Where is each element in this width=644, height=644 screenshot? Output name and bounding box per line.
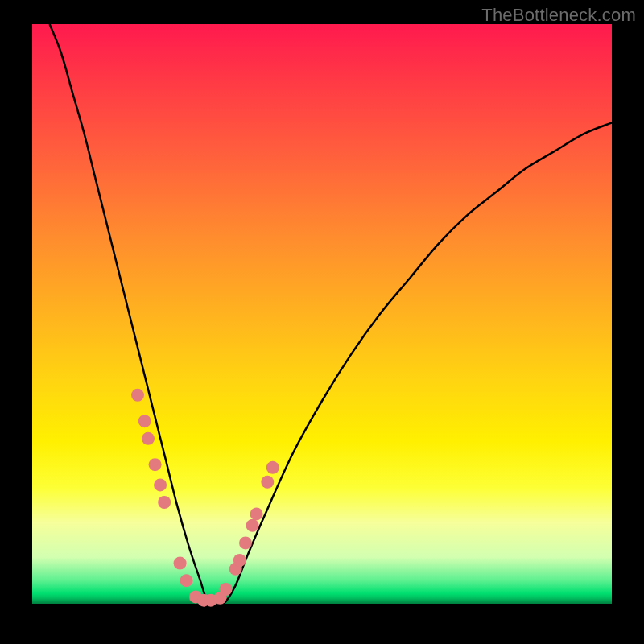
highlight-marker <box>149 458 162 471</box>
chart-svg <box>32 24 612 604</box>
highlight-marker <box>266 461 279 474</box>
attribution-watermark: TheBottleneck.com <box>481 5 636 26</box>
highlight-marker <box>138 415 151 427</box>
marker-group <box>131 389 279 607</box>
highlight-marker <box>220 583 233 596</box>
bottleneck-curve <box>50 24 612 605</box>
plot-area <box>32 24 612 604</box>
chart-container: TheBottleneck.com <box>0 0 644 644</box>
highlight-marker <box>180 574 193 587</box>
highlight-marker <box>158 496 171 509</box>
highlight-marker <box>233 554 246 567</box>
highlight-marker <box>174 557 187 570</box>
highlight-marker <box>239 536 252 549</box>
highlight-marker <box>131 389 144 402</box>
highlight-marker <box>246 519 259 532</box>
highlight-marker <box>250 507 263 520</box>
highlight-marker <box>142 432 155 445</box>
highlight-marker <box>154 478 167 491</box>
highlight-marker <box>261 476 274 489</box>
